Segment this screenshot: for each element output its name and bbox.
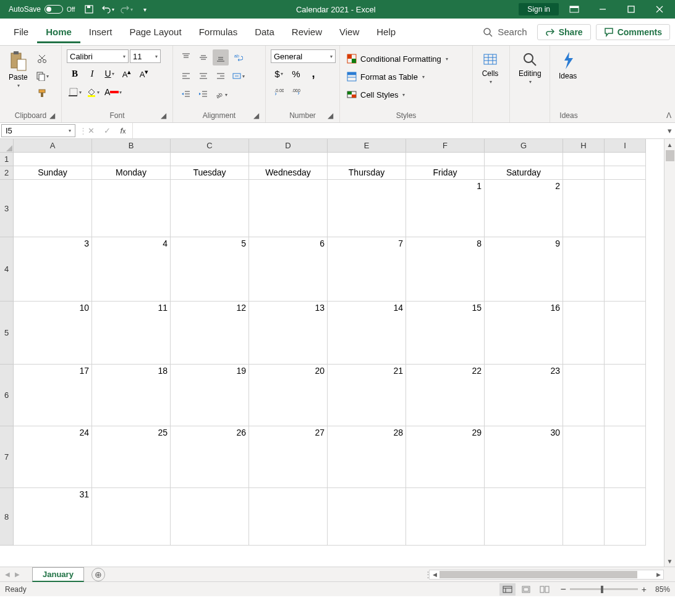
tab-data[interactable]: Data: [246, 20, 283, 43]
cell[interactable]: [406, 153, 485, 166]
column-header[interactable]: D: [249, 139, 328, 153]
customize-qat-icon[interactable]: ▾: [137, 1, 153, 17]
cut-button[interactable]: [34, 51, 51, 67]
cancel-formula-button[interactable]: ✕: [84, 124, 98, 138]
scroll-up-button[interactable]: ▲: [664, 139, 675, 150]
cell[interactable]: 14: [328, 302, 406, 365]
align-top-button[interactable]: [178, 49, 194, 65]
cell[interactable]: [605, 488, 646, 546]
cell[interactable]: 16: [485, 302, 563, 365]
row-header[interactable]: 1: [0, 153, 14, 166]
view-normal-button[interactable]: [499, 583, 516, 596]
bold-button[interactable]: B: [67, 65, 83, 82]
comments-button[interactable]: Comments: [596, 24, 670, 40]
cell[interactable]: 30: [485, 426, 563, 488]
decrease-font-button[interactable]: A▾: [136, 65, 152, 82]
cell[interactable]: [605, 166, 646, 180]
cell[interactable]: 5: [171, 237, 249, 302]
underline-button[interactable]: U▾: [101, 65, 117, 82]
zoom-in-button[interactable]: +: [642, 584, 647, 594]
cell[interactable]: [92, 488, 171, 546]
align-middle-button[interactable]: [195, 49, 211, 65]
row-header[interactable]: 2: [0, 166, 14, 180]
cell[interactable]: 19: [171, 365, 249, 426]
cell[interactable]: 15: [406, 302, 485, 365]
alignment-launcher[interactable]: ◢: [252, 111, 260, 120]
number-format-combo[interactable]: General▾: [271, 49, 336, 63]
increase-font-button[interactable]: A▴: [119, 65, 135, 82]
sheet-nav-prev[interactable]: ◀: [5, 571, 10, 578]
cell[interactable]: [406, 488, 485, 546]
cell[interactable]: [328, 153, 406, 166]
vertical-scrollbar[interactable]: ▲ ▼: [664, 139, 675, 567]
tab-review[interactable]: Review: [283, 20, 331, 43]
cell[interactable]: [605, 180, 646, 237]
tab-file[interactable]: File: [5, 20, 37, 43]
search-input[interactable]: Search: [478, 24, 532, 40]
accounting-button[interactable]: $▾: [271, 65, 287, 82]
column-header[interactable]: A: [14, 139, 92, 153]
increase-indent-button[interactable]: [195, 86, 211, 103]
align-center-button[interactable]: [195, 68, 211, 84]
cell[interactable]: 26: [171, 426, 249, 488]
cell[interactable]: [14, 153, 92, 166]
ideas-button[interactable]: Ideas: [555, 48, 580, 83]
cell[interactable]: Sunday: [14, 166, 92, 180]
cell[interactable]: [92, 153, 171, 166]
align-left-button[interactable]: [178, 68, 194, 84]
decrease-decimal-button[interactable]: .00.0: [288, 84, 304, 100]
number-launcher[interactable]: ◢: [326, 111, 334, 120]
font-name-combo[interactable]: Calibri▾: [67, 49, 129, 63]
cell[interactable]: 25: [92, 426, 171, 488]
redo-button[interactable]: ▾: [118, 1, 134, 17]
share-button[interactable]: Share: [537, 24, 591, 40]
collapse-ribbon-button[interactable]: ᐱ: [666, 111, 671, 120]
maximize-button[interactable]: [618, 0, 644, 19]
column-header[interactable]: G: [485, 139, 563, 153]
decrease-indent-button[interactable]: [178, 86, 194, 103]
border-button[interactable]: ▾: [67, 84, 83, 100]
cell[interactable]: 24: [14, 426, 92, 488]
signin-button[interactable]: Sign in: [519, 3, 559, 15]
formula-input[interactable]: [133, 123, 664, 138]
cell[interactable]: 28: [328, 426, 406, 488]
cell[interactable]: 7: [328, 237, 406, 302]
cell[interactable]: [563, 488, 605, 546]
cell[interactable]: [563, 426, 605, 488]
copy-button[interactable]: ▾: [34, 68, 51, 84]
new-sheet-button[interactable]: ⊕: [91, 568, 105, 581]
cell[interactable]: [485, 488, 563, 546]
cell[interactable]: 10: [14, 302, 92, 365]
view-page-layout-button[interactable]: [518, 583, 534, 596]
cell[interactable]: 6: [249, 237, 328, 302]
zoom-out-button[interactable]: −: [560, 584, 566, 595]
cell[interactable]: 12: [171, 302, 249, 365]
row-header[interactable]: 3: [0, 180, 14, 237]
column-header[interactable]: B: [92, 139, 171, 153]
sheet-nav-next[interactable]: ▶: [15, 571, 20, 578]
tab-formulas[interactable]: Formulas: [190, 20, 247, 43]
cell[interactable]: Saturday: [485, 166, 563, 180]
cell[interactable]: [563, 237, 605, 302]
cell[interactable]: [249, 180, 328, 237]
cell[interactable]: 29: [406, 426, 485, 488]
cell-styles-button[interactable]: Cell Styles▾: [345, 86, 407, 103]
row-header[interactable]: 6: [0, 365, 14, 426]
row-header[interactable]: 4: [0, 237, 14, 302]
zoom-level[interactable]: 85%: [655, 585, 670, 594]
font-launcher[interactable]: ◢: [159, 111, 168, 120]
cell[interactable]: Tuesday: [171, 166, 249, 180]
format-painter-button[interactable]: [34, 85, 51, 101]
minimize-button[interactable]: [590, 0, 616, 19]
cell[interactable]: 3: [14, 237, 92, 302]
select-all-corner[interactable]: [0, 139, 14, 153]
cell[interactable]: 31: [14, 488, 92, 546]
row-header[interactable]: 7: [0, 426, 14, 488]
cell[interactable]: [328, 488, 406, 546]
ribbon-display-options-icon[interactable]: [561, 0, 587, 19]
cells-button[interactable]: Cells ▾: [478, 48, 503, 87]
percent-button[interactable]: %: [288, 65, 304, 82]
cell[interactable]: 17: [14, 365, 92, 426]
tab-insert[interactable]: Insert: [80, 20, 121, 43]
horizontal-scrollbar[interactable]: ◀ ▶: [429, 570, 664, 580]
